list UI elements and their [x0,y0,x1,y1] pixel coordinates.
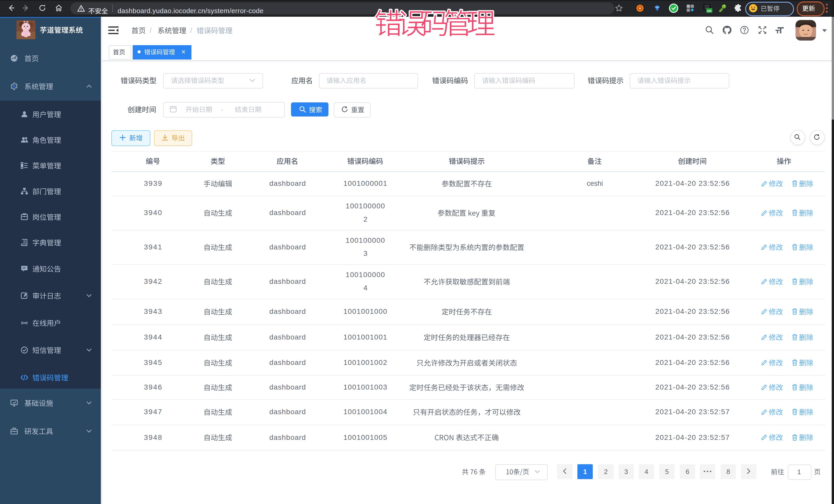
svg-text:on: on [707,9,711,13]
